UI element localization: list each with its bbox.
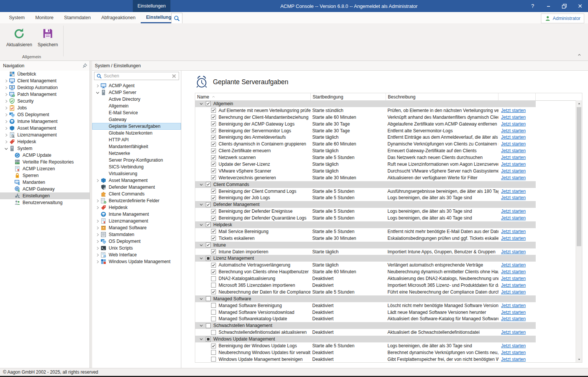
start-now-link[interactable]: Jetzt starten bbox=[501, 108, 526, 113]
help-button[interactable]: ? bbox=[525, 0, 541, 12]
column-header-name[interactable]: Name bbox=[195, 93, 311, 100]
pin-icon[interactable] bbox=[82, 63, 87, 68]
checkbox-unchecked[interactable] bbox=[206, 296, 211, 301]
start-now-link[interactable]: Jetzt starten bbox=[501, 330, 526, 335]
checkbox-checked[interactable] bbox=[206, 242, 211, 247]
start-now-link[interactable]: Jetzt starten bbox=[501, 249, 526, 254]
checkbox-checked[interactable] bbox=[211, 289, 216, 294]
checkbox-mixed[interactable] bbox=[206, 256, 211, 261]
sidebar-item-mandanten[interactable]: Mandanten bbox=[0, 179, 90, 186]
tab-stammdaten[interactable]: Stammdaten bbox=[59, 12, 96, 23]
chevron-down-icon[interactable] bbox=[199, 182, 204, 187]
sidebar-item-acmp-update[interactable]: ACMP Update bbox=[0, 152, 90, 159]
tree-item-os-deployment[interactable]: OS Deployment bbox=[92, 238, 181, 245]
checkbox-checked[interactable] bbox=[211, 142, 216, 147]
tree-item-acmp-agent[interactable]: ACMP Agent bbox=[92, 82, 181, 89]
tree-item-e-mail-service[interactable]: E-Mail Service bbox=[92, 109, 181, 116]
chevron-down-icon[interactable] bbox=[199, 243, 204, 247]
checkbox-checked[interactable] bbox=[211, 168, 216, 173]
start-now-link[interactable]: Jetzt starten bbox=[501, 148, 526, 153]
chevron-down-icon[interactable] bbox=[199, 256, 204, 260]
administrator-user-button[interactable]: Administrator bbox=[541, 14, 584, 23]
chevron-down-icon[interactable] bbox=[199, 337, 204, 341]
checkbox-checked[interactable] bbox=[211, 249, 216, 254]
tree-item-lizenzmanagement[interactable]: Lizenzmanagement bbox=[92, 218, 181, 224]
start-now-link[interactable]: Jetzt starten bbox=[501, 121, 526, 127]
checkbox-checked[interactable] bbox=[206, 202, 211, 207]
tree-item-stammdaten[interactable]: Stammdaten bbox=[92, 231, 181, 238]
tree-item-benutzerdefinierte-felder[interactable]: Benutzerdefinierte Felder bbox=[92, 197, 181, 204]
sidebar-item-acmp-gateway[interactable]: ACMP Gateway bbox=[0, 186, 90, 192]
refresh-button[interactable]: Aktualisieren bbox=[5, 27, 34, 47]
tab-system[interactable]: System bbox=[4, 12, 30, 23]
chevron-down-icon[interactable] bbox=[199, 323, 204, 328]
checkbox-false[interactable] bbox=[211, 310, 216, 315]
checkbox-false[interactable] bbox=[211, 283, 216, 288]
tree-item-active-directory[interactable]: Active Directory bbox=[92, 96, 181, 103]
checkbox-checked[interactable] bbox=[206, 182, 211, 187]
tree-item-unix-scripts[interactable]: Unix Scripts bbox=[92, 245, 181, 251]
chevron-down-icon[interactable] bbox=[199, 223, 204, 227]
tree-item-helpdesk[interactable]: Helpdesk bbox=[92, 204, 181, 211]
checkbox-checked[interactable] bbox=[211, 236, 216, 241]
tree-item-allgemein[interactable]: Allgemein bbox=[92, 103, 181, 109]
checkbox-checked[interactable] bbox=[211, 175, 216, 180]
tree-item-netzwerke[interactable]: Netzwerke bbox=[92, 150, 181, 157]
sidebar-item-benutzerverwaltung[interactable]: Benutzerverwaltung bbox=[0, 199, 90, 206]
sidebar-item-helpdesk[interactable]: Helpdesk bbox=[0, 138, 90, 145]
checkbox-checked[interactable] bbox=[211, 115, 216, 120]
tree-item-gateway[interactable]: Gateway bbox=[92, 116, 181, 123]
tree-item-managed-software[interactable]: Managed Software bbox=[92, 224, 181, 231]
group-row-helpdesk[interactable]: Helpdesk bbox=[195, 221, 536, 228]
group-row-intune[interactable]: Intune bbox=[195, 242, 536, 248]
tree-item-globale-nutzerkonten[interactable]: Globale Nutzerkonten bbox=[92, 130, 181, 136]
chevron-down-icon[interactable] bbox=[199, 297, 204, 301]
checkbox-false[interactable] bbox=[211, 330, 216, 335]
start-now-link[interactable]: Jetzt starten bbox=[501, 350, 526, 355]
group-row-schwachstellen-management[interactable]: Schwachstellen Management bbox=[195, 322, 536, 329]
sidebar-item-os-deployment[interactable]: OS Deployment bbox=[0, 111, 90, 118]
tree-item-server-proxy-konfiguration[interactable]: Server Proxy-Konfiguration bbox=[92, 157, 181, 164]
group-row-lizenz-management[interactable]: Lizenz Management bbox=[195, 255, 536, 262]
tree-item-geplante-serveraufgaben[interactable]: Geplante Serveraufgaben bbox=[92, 123, 181, 130]
sidebar-item-lizenzmanagement[interactable]: Lizenzmanagement bbox=[0, 132, 90, 138]
tab-abfrageaktionen[interactable]: Abfrageaktionen bbox=[96, 12, 141, 23]
start-now-link[interactable]: Jetzt starten bbox=[501, 303, 526, 308]
checkbox-checked[interactable] bbox=[211, 135, 216, 140]
checkbox-checked[interactable] bbox=[211, 344, 216, 348]
tab-monitore[interactable]: Monitore bbox=[30, 12, 59, 23]
checkbox-checked[interactable] bbox=[211, 216, 216, 221]
start-now-link[interactable]: Jetzt starten bbox=[501, 215, 526, 221]
ribbon-search-button[interactable] bbox=[171, 13, 182, 24]
group-row-managed-software[interactable]: Managed Software bbox=[195, 295, 536, 302]
clear-search-icon[interactable] bbox=[171, 73, 177, 79]
scrollbar-thumb[interactable] bbox=[577, 107, 581, 246]
checkbox-false[interactable] bbox=[211, 276, 216, 281]
start-now-link[interactable]: Jetzt starten bbox=[501, 316, 526, 321]
start-now-link[interactable]: Jetzt starten bbox=[501, 236, 526, 241]
group-row-allgemein[interactable]: Allgemein bbox=[195, 100, 536, 107]
sidebar-item-security[interactable]: Security bbox=[0, 98, 90, 104]
checkbox-checked[interactable] bbox=[211, 270, 216, 274]
start-now-link[interactable]: Jetzt starten bbox=[501, 128, 526, 133]
start-now-link[interactable]: Jetzt starten bbox=[501, 141, 526, 147]
checkbox-checked[interactable] bbox=[211, 189, 216, 194]
checkbox-checked[interactable] bbox=[211, 229, 216, 234]
tree-item-client-commands[interactable]: Client Commands bbox=[92, 191, 181, 197]
sidebar-item-einstellungen[interactable]: Einstellungen bbox=[0, 192, 90, 199]
scroll-up-icon[interactable] bbox=[576, 100, 582, 106]
sidebar-item-system[interactable]: System bbox=[0, 145, 90, 152]
checkbox-unchecked[interactable] bbox=[206, 323, 211, 328]
sidebar-item-intune-management[interactable]: Intune Management bbox=[0, 118, 90, 125]
sidebar-item-asset-management[interactable]: Asset Management bbox=[0, 125, 90, 132]
start-now-link[interactable]: Jetzt starten bbox=[501, 283, 526, 288]
tree-item-virtualisierung[interactable]: Virtualisierung bbox=[92, 170, 181, 177]
sidebar-item-client-management[interactable]: Client Management bbox=[0, 77, 90, 84]
group-row-windows-update-management[interactable]: Windows Update Management bbox=[195, 336, 536, 342]
start-now-link[interactable]: Jetzt starten bbox=[501, 357, 526, 362]
column-header-description[interactable]: Beschreibung bbox=[386, 93, 498, 100]
sidebar-item-jobs[interactable]: Jobs bbox=[0, 104, 90, 111]
checkbox-checked[interactable] bbox=[211, 148, 216, 153]
start-now-link[interactable]: Jetzt starten bbox=[501, 310, 526, 315]
restore-button[interactable] bbox=[556, 0, 572, 12]
